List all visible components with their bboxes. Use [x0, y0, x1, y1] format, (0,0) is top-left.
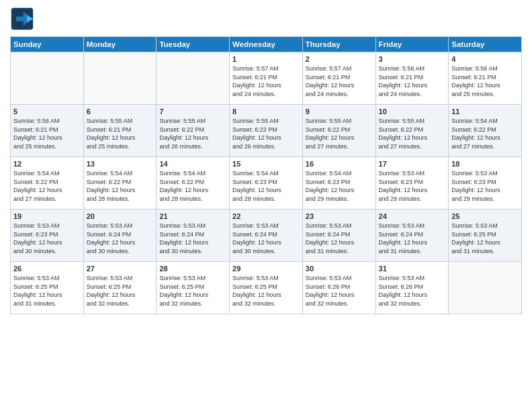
page: SundayMondayTuesdayWednesdayThursdayFrid…	[0, 0, 532, 411]
calendar-header-monday: Monday	[83, 37, 157, 52]
day-info: Sunrise: 5:53 AMSunset: 6:25 PMDaylight:…	[451, 222, 519, 255]
calendar-cell: 26Sunrise: 5:53 AMSunset: 6:25 PMDayligh…	[11, 262, 84, 314]
day-info: Sunrise: 5:54 AMSunset: 6:23 PMDaylight:…	[232, 169, 300, 203]
day-info: Sunrise: 5:53 AMSunset: 6:26 PMDaylight:…	[306, 274, 373, 308]
calendar-header-tuesday: Tuesday	[157, 37, 230, 52]
day-number: 2	[306, 55, 373, 63]
calendar-week-1: 1Sunrise: 5:57 AMSunset: 6:21 PMDaylight…	[11, 52, 522, 105]
calendar-header-thursday: Thursday	[302, 37, 375, 52]
day-number: 29	[232, 265, 300, 273]
day-number: 11	[451, 107, 519, 116]
calendar-cell: 14Sunrise: 5:54 AMSunset: 6:22 PMDayligh…	[157, 157, 230, 210]
calendar-cell: 20Sunrise: 5:53 AMSunset: 6:24 PMDayligh…	[83, 210, 157, 262]
calendar-week-5: 26Sunrise: 5:53 AMSunset: 6:25 PMDayligh…	[11, 262, 522, 314]
calendar-cell: 31Sunrise: 5:53 AMSunset: 6:26 PMDayligh…	[375, 262, 449, 314]
day-number: 4	[451, 55, 519, 63]
calendar-cell: 5Sunrise: 5:56 AMSunset: 6:21 PMDaylight…	[11, 105, 84, 157]
day-info: Sunrise: 5:57 AMSunset: 6:21 PMDaylight:…	[306, 64, 373, 98]
calendar-header-sunday: Sunday	[11, 37, 84, 52]
day-number: 8	[232, 107, 300, 116]
day-info: Sunrise: 5:53 AMSunset: 6:24 PMDaylight:…	[159, 222, 226, 255]
logo	[10, 7, 37, 31]
day-info: Sunrise: 5:55 AMSunset: 6:22 PMDaylight:…	[159, 117, 226, 150]
day-number: 21	[159, 212, 226, 220]
calendar-cell: 24Sunrise: 5:53 AMSunset: 6:24 PMDayligh…	[375, 210, 449, 262]
calendar-cell: 30Sunrise: 5:53 AMSunset: 6:26 PMDayligh…	[302, 262, 375, 314]
calendar-cell: 8Sunrise: 5:55 AMSunset: 6:22 PMDaylight…	[230, 105, 303, 157]
day-number: 3	[379, 55, 446, 63]
day-number: 16	[306, 160, 373, 168]
day-info: Sunrise: 5:54 AMSunset: 6:23 PMDaylight:…	[306, 169, 373, 203]
day-info: Sunrise: 5:53 AMSunset: 6:23 PMDaylight:…	[379, 169, 446, 203]
day-info: Sunrise: 5:55 AMSunset: 6:22 PMDaylight:…	[306, 117, 373, 150]
calendar-cell	[449, 262, 522, 314]
calendar-cell: 13Sunrise: 5:54 AMSunset: 6:22 PMDayligh…	[83, 157, 157, 210]
day-info: Sunrise: 5:53 AMSunset: 6:24 PMDaylight:…	[379, 222, 446, 255]
day-number: 7	[159, 107, 226, 116]
calendar-cell: 9Sunrise: 5:55 AMSunset: 6:22 PMDaylight…	[302, 105, 375, 157]
day-info: Sunrise: 5:55 AMSunset: 6:22 PMDaylight:…	[379, 117, 446, 150]
calendar-cell: 25Sunrise: 5:53 AMSunset: 6:25 PMDayligh…	[449, 210, 522, 262]
day-number: 30	[306, 265, 373, 273]
day-info: Sunrise: 5:53 AMSunset: 6:25 PMDaylight:…	[13, 274, 81, 308]
calendar-cell: 22Sunrise: 5:53 AMSunset: 6:24 PMDayligh…	[230, 210, 303, 262]
day-info: Sunrise: 5:55 AMSunset: 6:21 PMDaylight:…	[87, 117, 154, 150]
day-info: Sunrise: 5:56 AMSunset: 6:21 PMDaylight:…	[379, 64, 446, 98]
calendar-cell: 15Sunrise: 5:54 AMSunset: 6:23 PMDayligh…	[230, 157, 303, 210]
calendar-week-4: 19Sunrise: 5:53 AMSunset: 6:23 PMDayligh…	[11, 210, 522, 262]
calendar-cell: 2Sunrise: 5:57 AMSunset: 6:21 PMDaylight…	[302, 52, 375, 105]
day-info: Sunrise: 5:53 AMSunset: 6:26 PMDaylight:…	[379, 274, 446, 308]
day-number: 17	[379, 160, 446, 168]
calendar-cell: 28Sunrise: 5:53 AMSunset: 6:25 PMDayligh…	[157, 262, 230, 314]
day-number: 5	[13, 107, 81, 116]
day-number: 18	[451, 160, 519, 168]
day-info: Sunrise: 5:54 AMSunset: 6:22 PMDaylight:…	[159, 169, 226, 203]
calendar-cell: 27Sunrise: 5:53 AMSunset: 6:25 PMDayligh…	[83, 262, 157, 314]
day-info: Sunrise: 5:57 AMSunset: 6:21 PMDaylight:…	[232, 64, 300, 98]
calendar-header-saturday: Saturday	[449, 37, 522, 52]
calendar-cell: 12Sunrise: 5:54 AMSunset: 6:22 PMDayligh…	[11, 157, 84, 210]
calendar-cell	[83, 52, 157, 105]
day-number: 19	[13, 212, 81, 220]
calendar-cell: 1Sunrise: 5:57 AMSunset: 6:21 PMDaylight…	[230, 52, 303, 105]
header	[10, 7, 522, 31]
calendar-cell	[157, 52, 230, 105]
calendar-header-row: SundayMondayTuesdayWednesdayThursdayFrid…	[11, 37, 522, 52]
day-info: Sunrise: 5:53 AMSunset: 6:25 PMDaylight:…	[232, 274, 300, 308]
day-number: 27	[87, 265, 154, 273]
day-info: Sunrise: 5:53 AMSunset: 6:23 PMDaylight:…	[13, 222, 81, 255]
calendar-cell: 10Sunrise: 5:55 AMSunset: 6:22 PMDayligh…	[375, 105, 449, 157]
calendar-cell: 7Sunrise: 5:55 AMSunset: 6:22 PMDaylight…	[157, 105, 230, 157]
calendar-week-3: 12Sunrise: 5:54 AMSunset: 6:22 PMDayligh…	[11, 157, 522, 210]
calendar-table: SundayMondayTuesdayWednesdayThursdayFrid…	[10, 36, 522, 314]
calendar-cell: 3Sunrise: 5:56 AMSunset: 6:21 PMDaylight…	[375, 52, 449, 105]
day-number: 24	[379, 212, 446, 220]
day-number: 23	[306, 212, 373, 220]
calendar-cell: 21Sunrise: 5:53 AMSunset: 6:24 PMDayligh…	[157, 210, 230, 262]
day-number: 14	[159, 160, 226, 168]
calendar-cell: 16Sunrise: 5:54 AMSunset: 6:23 PMDayligh…	[302, 157, 375, 210]
calendar-header-wednesday: Wednesday	[230, 37, 303, 52]
day-info: Sunrise: 5:54 AMSunset: 6:22 PMDaylight:…	[451, 117, 519, 150]
day-info: Sunrise: 5:54 AMSunset: 6:22 PMDaylight:…	[13, 169, 81, 203]
day-number: 9	[306, 107, 373, 116]
day-info: Sunrise: 5:55 AMSunset: 6:22 PMDaylight:…	[232, 117, 300, 150]
day-number: 15	[232, 160, 300, 168]
calendar-cell: 4Sunrise: 5:56 AMSunset: 6:21 PMDaylight…	[449, 52, 522, 105]
calendar-cell: 18Sunrise: 5:53 AMSunset: 6:23 PMDayligh…	[449, 157, 522, 210]
calendar-header-friday: Friday	[375, 37, 449, 52]
day-number: 1	[232, 55, 300, 63]
calendar-cell: 6Sunrise: 5:55 AMSunset: 6:21 PMDaylight…	[83, 105, 157, 157]
day-info: Sunrise: 5:56 AMSunset: 6:21 PMDaylight:…	[13, 117, 81, 150]
calendar-cell: 23Sunrise: 5:53 AMSunset: 6:24 PMDayligh…	[302, 210, 375, 262]
calendar-cell	[11, 52, 84, 105]
day-info: Sunrise: 5:53 AMSunset: 6:25 PMDaylight:…	[159, 274, 226, 308]
day-info: Sunrise: 5:53 AMSunset: 6:24 PMDaylight:…	[232, 222, 300, 255]
day-info: Sunrise: 5:53 AMSunset: 6:24 PMDaylight:…	[306, 222, 373, 255]
day-number: 10	[379, 107, 446, 116]
day-number: 26	[13, 265, 81, 273]
day-number: 12	[13, 160, 81, 168]
day-number: 28	[159, 265, 226, 273]
day-info: Sunrise: 5:53 AMSunset: 6:25 PMDaylight:…	[87, 274, 154, 308]
calendar-cell: 11Sunrise: 5:54 AMSunset: 6:22 PMDayligh…	[449, 105, 522, 157]
